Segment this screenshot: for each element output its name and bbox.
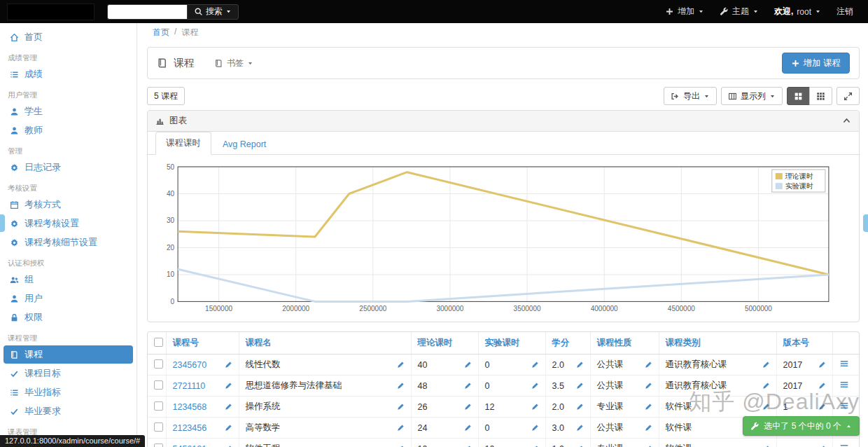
edit-icon[interactable]: [531, 361, 539, 369]
column-header[interactable]: 学分: [545, 332, 590, 355]
edit-icon[interactable]: [225, 382, 232, 390]
grid-view-button[interactable]: [787, 87, 810, 105]
edit-icon[interactable]: [576, 424, 584, 432]
column-header[interactable]: 课程名: [239, 332, 411, 355]
cell-value: 思想道德修养与法律基础: [246, 380, 342, 392]
fullscreen-button[interactable]: [836, 87, 860, 105]
sidebar-item-label: 课程: [24, 348, 43, 361]
edit-icon[interactable]: [464, 361, 472, 369]
edit-icon[interactable]: [576, 382, 584, 390]
search-button[interactable]: 搜索: [187, 4, 239, 20]
row-menu-icon[interactable]: [839, 443, 849, 447]
navbar-add-menu[interactable]: 增加: [657, 6, 712, 18]
edit-icon[interactable]: [645, 424, 652, 432]
edit-icon[interactable]: [645, 403, 652, 411]
edit-icon[interactable]: [818, 382, 826, 390]
edit-icon[interactable]: [762, 382, 770, 390]
chart-panel: 图表 课程课时 Avg Report 010203040501500000200…: [147, 110, 860, 322]
course-no-link[interactable]: 2721110: [173, 381, 206, 391]
select-all-checkbox[interactable]: [154, 338, 163, 347]
course-no-link[interactable]: 1234568: [173, 402, 207, 412]
column-header[interactable]: 课程号: [166, 332, 239, 355]
wrench-icon: [750, 422, 760, 431]
row-checkbox[interactable]: [154, 380, 163, 390]
sidebar-item[interactable]: 首页: [4, 28, 133, 46]
row-menu-icon[interactable]: [839, 359, 849, 369]
course-no-link[interactable]: 5456121: [173, 444, 207, 447]
sidebar-item[interactable]: 课程考核细节设置: [4, 233, 133, 252]
edit-icon[interactable]: [397, 382, 405, 390]
row-menu-icon[interactable]: [839, 401, 849, 411]
edit-icon[interactable]: [464, 424, 472, 432]
edit-icon[interactable]: [464, 382, 472, 390]
record-count-button[interactable]: 5 课程: [147, 87, 185, 105]
svg-text:0: 0: [171, 298, 175, 305]
edit-icon[interactable]: [762, 361, 770, 369]
edit-icon[interactable]: [576, 361, 584, 369]
sidebar-item-label: 首页: [24, 31, 43, 43]
compact-view-button[interactable]: [809, 87, 832, 105]
cell-value: 公共课: [597, 380, 624, 392]
column-header[interactable]: 课程类别: [659, 332, 776, 355]
svg-text:30: 30: [167, 216, 175, 224]
selection-count-button[interactable]: 选中了 5 个中的 0 个: [743, 416, 860, 436]
sidebar-item[interactable]: 组: [4, 270, 133, 289]
tab-course-hours[interactable]: 课程课时: [155, 132, 211, 155]
edit-icon[interactable]: [397, 403, 405, 411]
sidebar-item[interactable]: 成绩: [4, 65, 133, 83]
column-header[interactable]: 课程性质: [590, 332, 659, 355]
row-checkbox[interactable]: [154, 443, 163, 447]
sidebar-item[interactable]: 学生: [4, 102, 133, 121]
sidebar-item[interactable]: 课程: [4, 345, 133, 364]
sidebar-item[interactable]: 毕业指标: [4, 383, 133, 401]
main-content: 首页 / 课程 课程 书签 增加 课程 5 课程: [137, 23, 868, 447]
row-checkbox[interactable]: [154, 359, 163, 369]
edit-icon[interactable]: [225, 361, 232, 369]
sidebar-item[interactable]: 课程目标: [4, 364, 133, 383]
sidebar-item[interactable]: 教师: [4, 121, 133, 139]
navbar-user-menu[interactable]: 欢迎, root: [766, 6, 829, 18]
breadcrumb-home-link[interactable]: 首页: [153, 27, 169, 39]
row-menu-icon[interactable]: [839, 380, 849, 390]
edit-icon[interactable]: [397, 424, 405, 432]
edit-icon[interactable]: [225, 403, 232, 411]
sidebar-item[interactable]: 日志记录: [4, 158, 133, 177]
logout-label: 注销: [836, 6, 853, 18]
edit-icon[interactable]: [645, 361, 652, 369]
edit-icon[interactable]: [531, 382, 539, 390]
sidebar-item[interactable]: 用户: [4, 289, 133, 308]
edit-icon[interactable]: [645, 382, 652, 390]
select-all-cell: [148, 332, 166, 355]
add-course-button[interactable]: 增加 课程: [782, 53, 850, 74]
edit-icon[interactable]: [531, 424, 539, 432]
row-checkbox[interactable]: [154, 422, 163, 432]
column-header[interactable]: 理论课时: [411, 332, 478, 355]
sidebar-item[interactable]: 权限: [4, 308, 133, 326]
sidebar-item[interactable]: 毕业要求: [4, 402, 133, 420]
edit-icon[interactable]: [464, 403, 472, 411]
export-button[interactable]: 导出: [664, 87, 717, 105]
collapse-chevron-icon[interactable]: [842, 116, 851, 125]
navbar-logout-link[interactable]: 注销: [829, 6, 861, 18]
course-no-link[interactable]: 2345670: [173, 360, 207, 370]
edit-icon[interactable]: [576, 403, 584, 411]
sidebar-section-title: 成绩管理: [0, 47, 136, 64]
edit-icon[interactable]: [397, 361, 405, 369]
navbar-theme-menu[interactable]: 主题: [712, 6, 766, 18]
edit-icon[interactable]: [818, 403, 826, 411]
search-input[interactable]: [107, 4, 187, 20]
sidebar-item[interactable]: 课程考核设置: [4, 214, 133, 233]
column-header[interactable]: 实验课时: [478, 332, 545, 355]
tab-avg-report[interactable]: Avg Report: [213, 135, 276, 154]
sidebar-item[interactable]: 考核方式: [4, 195, 133, 214]
row-checkbox[interactable]: [154, 401, 163, 411]
bookmarks-dropdown[interactable]: 书签: [214, 57, 253, 69]
edit-icon[interactable]: [762, 403, 770, 411]
svg-text:理论课时: 理论课时: [785, 172, 813, 180]
columns-button[interactable]: 显示列: [721, 87, 783, 105]
edit-icon[interactable]: [531, 403, 539, 411]
course-no-link[interactable]: 2123456: [173, 423, 207, 433]
column-header[interactable]: 版本号: [776, 332, 832, 355]
edit-icon[interactable]: [818, 361, 826, 369]
edit-icon[interactable]: [225, 424, 232, 432]
